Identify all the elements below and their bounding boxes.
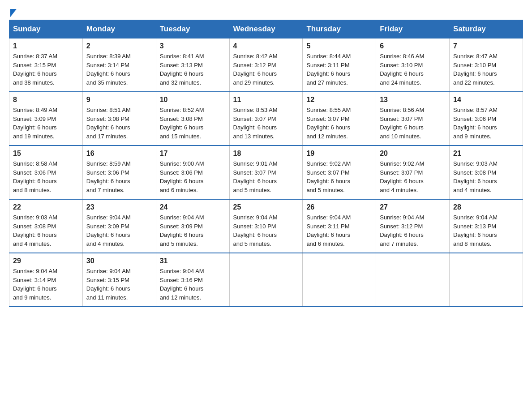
day-info: Sunrise: 8:37 AMSunset: 3:15 PMDaylight:…	[13, 52, 79, 87]
column-header-saturday: Saturday	[450, 20, 523, 39]
day-info: Sunrise: 8:55 AMSunset: 3:07 PMDaylight:…	[306, 106, 372, 141]
calendar-day-cell: 20Sunrise: 9:02 AMSunset: 3:07 PMDayligh…	[376, 146, 450, 199]
calendar-day-cell: 11Sunrise: 8:53 AMSunset: 3:07 PMDayligh…	[229, 92, 303, 146]
day-info: Sunrise: 8:51 AMSunset: 3:08 PMDaylight:…	[86, 106, 152, 141]
calendar-day-cell: 5Sunrise: 8:44 AMSunset: 3:11 PMDaylight…	[303, 39, 376, 92]
calendar-day-cell: 3Sunrise: 8:41 AMSunset: 3:13 PMDaylight…	[156, 39, 229, 92]
calendar-empty-cell	[229, 253, 303, 307]
day-number: 2	[86, 42, 152, 50]
calendar-day-cell: 16Sunrise: 8:59 AMSunset: 3:06 PMDayligh…	[82, 146, 156, 199]
day-number: 25	[233, 203, 299, 211]
day-info: Sunrise: 8:42 AMSunset: 3:12 PMDaylight:…	[233, 52, 299, 87]
calendar-day-cell: 2Sunrise: 8:39 AMSunset: 3:14 PMDaylight…	[82, 39, 156, 92]
day-info: Sunrise: 9:04 AMSunset: 3:13 PMDaylight:…	[453, 213, 519, 248]
day-number: 17	[160, 150, 226, 158]
logo	[9, 9, 17, 15]
day-info: Sunrise: 9:02 AMSunset: 3:07 PMDaylight:…	[380, 159, 446, 194]
calendar-day-cell: 28Sunrise: 9:04 AMSunset: 3:13 PMDayligh…	[450, 199, 523, 253]
calendar-empty-cell	[450, 253, 523, 307]
day-info: Sunrise: 8:56 AMSunset: 3:07 PMDaylight:…	[380, 106, 446, 141]
day-number: 9	[86, 96, 152, 104]
calendar-day-cell: 13Sunrise: 8:56 AMSunset: 3:07 PMDayligh…	[376, 92, 450, 146]
day-number: 13	[380, 96, 446, 104]
calendar-week-row: 1Sunrise: 8:37 AMSunset: 3:15 PMDaylight…	[9, 39, 523, 92]
day-info: Sunrise: 8:46 AMSunset: 3:10 PMDaylight:…	[380, 52, 446, 87]
calendar-day-cell: 9Sunrise: 8:51 AMSunset: 3:08 PMDaylight…	[82, 92, 156, 146]
calendar-day-cell: 4Sunrise: 8:42 AMSunset: 3:12 PMDaylight…	[229, 39, 303, 92]
calendar-week-row: 22Sunrise: 9:03 AMSunset: 3:08 PMDayligh…	[9, 199, 523, 253]
calendar-day-cell: 18Sunrise: 9:01 AMSunset: 3:07 PMDayligh…	[229, 146, 303, 199]
calendar-day-cell: 1Sunrise: 8:37 AMSunset: 3:15 PMDaylight…	[9, 39, 83, 92]
day-info: Sunrise: 8:39 AMSunset: 3:14 PMDaylight:…	[86, 52, 152, 87]
day-number: 18	[233, 150, 299, 158]
day-number: 29	[13, 257, 79, 265]
day-number: 21	[453, 150, 519, 158]
day-number: 6	[380, 42, 446, 50]
calendar-empty-cell	[303, 253, 376, 307]
day-info: Sunrise: 9:04 AMSunset: 3:16 PMDaylight:…	[160, 267, 226, 302]
day-number: 19	[306, 150, 372, 158]
day-info: Sunrise: 9:04 AMSunset: 3:10 PMDaylight:…	[233, 213, 299, 248]
day-number: 12	[306, 96, 372, 104]
calendar-day-cell: 27Sunrise: 9:04 AMSunset: 3:12 PMDayligh…	[376, 199, 450, 253]
day-number: 16	[86, 150, 152, 158]
day-number: 10	[160, 96, 226, 104]
day-info: Sunrise: 9:00 AMSunset: 3:06 PMDaylight:…	[160, 159, 226, 194]
column-header-sunday: Sunday	[9, 20, 83, 39]
day-number: 4	[233, 42, 299, 50]
calendar-day-cell: 25Sunrise: 9:04 AMSunset: 3:10 PMDayligh…	[229, 199, 303, 253]
day-info: Sunrise: 8:44 AMSunset: 3:11 PMDaylight:…	[306, 52, 372, 87]
day-info: Sunrise: 9:04 AMSunset: 3:09 PMDaylight:…	[160, 213, 226, 248]
calendar-day-cell: 23Sunrise: 9:04 AMSunset: 3:09 PMDayligh…	[82, 199, 156, 253]
day-number: 26	[306, 203, 372, 211]
logo-arrow-icon	[10, 9, 17, 17]
day-number: 30	[86, 257, 152, 265]
calendar-day-cell: 8Sunrise: 8:49 AMSunset: 3:09 PMDaylight…	[9, 92, 83, 146]
day-info: Sunrise: 9:04 AMSunset: 3:09 PMDaylight:…	[86, 213, 152, 248]
day-info: Sunrise: 8:59 AMSunset: 3:06 PMDaylight:…	[86, 159, 152, 194]
calendar-day-cell: 10Sunrise: 8:52 AMSunset: 3:08 PMDayligh…	[156, 92, 229, 146]
day-info: Sunrise: 8:52 AMSunset: 3:08 PMDaylight:…	[160, 106, 226, 141]
column-header-tuesday: Tuesday	[156, 20, 229, 39]
calendar-day-cell: 24Sunrise: 9:04 AMSunset: 3:09 PMDayligh…	[156, 199, 229, 253]
calendar-table: SundayMondayTuesdayWednesdayThursdayFrid…	[9, 20, 523, 307]
calendar-day-cell: 22Sunrise: 9:03 AMSunset: 3:08 PMDayligh…	[9, 199, 83, 253]
calendar-day-cell: 7Sunrise: 8:47 AMSunset: 3:10 PMDaylight…	[450, 39, 523, 92]
calendar-empty-cell	[376, 253, 450, 307]
day-number: 8	[13, 96, 79, 104]
day-number: 22	[13, 203, 79, 211]
day-number: 3	[160, 42, 226, 50]
calendar-day-cell: 19Sunrise: 9:02 AMSunset: 3:07 PMDayligh…	[303, 146, 376, 199]
day-info: Sunrise: 9:03 AMSunset: 3:08 PMDaylight:…	[13, 213, 79, 248]
calendar-day-cell: 31Sunrise: 9:04 AMSunset: 3:16 PMDayligh…	[156, 253, 229, 307]
calendar-day-cell: 30Sunrise: 9:04 AMSunset: 3:15 PMDayligh…	[82, 253, 156, 307]
day-info: Sunrise: 8:58 AMSunset: 3:06 PMDaylight:…	[13, 159, 79, 194]
day-number: 28	[453, 203, 519, 211]
calendar-day-cell: 6Sunrise: 8:46 AMSunset: 3:10 PMDaylight…	[376, 39, 450, 92]
day-info: Sunrise: 9:04 AMSunset: 3:11 PMDaylight:…	[306, 213, 372, 248]
day-number: 20	[380, 150, 446, 158]
calendar-week-row: 8Sunrise: 8:49 AMSunset: 3:09 PMDaylight…	[9, 92, 523, 146]
day-number: 1	[13, 42, 79, 50]
day-number: 14	[453, 96, 519, 104]
day-info: Sunrise: 9:01 AMSunset: 3:07 PMDaylight:…	[233, 159, 299, 194]
day-number: 27	[380, 203, 446, 211]
calendar-day-cell: 26Sunrise: 9:04 AMSunset: 3:11 PMDayligh…	[303, 199, 376, 253]
day-info: Sunrise: 9:03 AMSunset: 3:08 PMDaylight:…	[453, 159, 519, 194]
calendar-day-cell: 17Sunrise: 9:00 AMSunset: 3:06 PMDayligh…	[156, 146, 229, 199]
page-header	[9, 9, 523, 15]
day-info: Sunrise: 8:53 AMSunset: 3:07 PMDaylight:…	[233, 106, 299, 141]
day-number: 23	[86, 203, 152, 211]
calendar-week-row: 15Sunrise: 8:58 AMSunset: 3:06 PMDayligh…	[9, 146, 523, 199]
day-info: Sunrise: 8:49 AMSunset: 3:09 PMDaylight:…	[13, 106, 79, 141]
day-info: Sunrise: 9:04 AMSunset: 3:12 PMDaylight:…	[380, 213, 446, 248]
day-number: 15	[13, 150, 79, 158]
day-info: Sunrise: 9:04 AMSunset: 3:14 PMDaylight:…	[13, 267, 79, 302]
calendar-week-row: 29Sunrise: 9:04 AMSunset: 3:14 PMDayligh…	[9, 253, 523, 307]
calendar-day-cell: 21Sunrise: 9:03 AMSunset: 3:08 PMDayligh…	[450, 146, 523, 199]
column-header-friday: Friday	[376, 20, 450, 39]
calendar-day-cell: 14Sunrise: 8:57 AMSunset: 3:06 PMDayligh…	[450, 92, 523, 146]
calendar-header-row: SundayMondayTuesdayWednesdayThursdayFrid…	[9, 20, 523, 39]
day-info: Sunrise: 8:41 AMSunset: 3:13 PMDaylight:…	[160, 52, 226, 87]
day-info: Sunrise: 9:04 AMSunset: 3:15 PMDaylight:…	[86, 267, 152, 302]
